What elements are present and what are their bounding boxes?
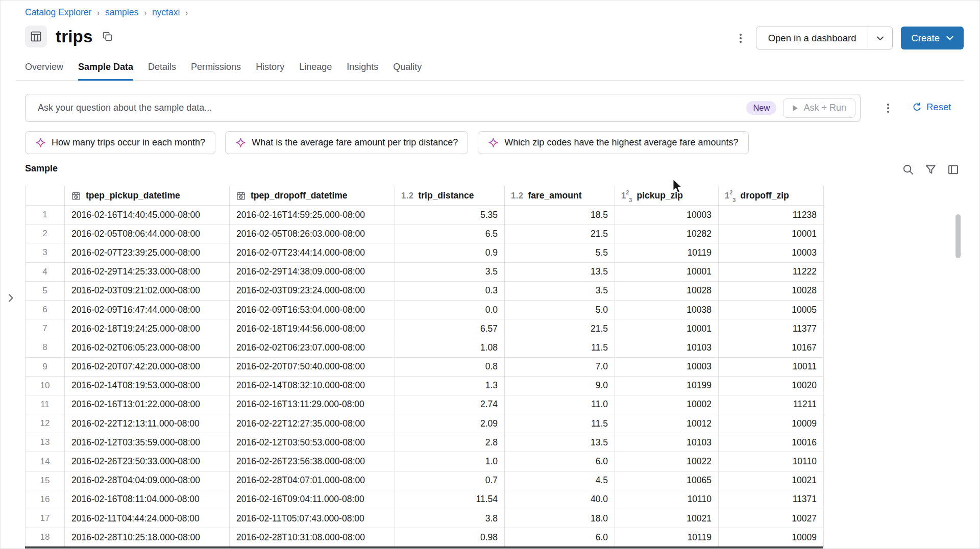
- play-icon: [792, 105, 798, 112]
- table-cell: 10103: [615, 338, 719, 357]
- breadcrumb-separator-icon: ›: [97, 8, 100, 18]
- search-button[interactable]: [901, 163, 915, 177]
- table-cell: 10022: [615, 452, 719, 471]
- table-row: 62016-02-09T16:47:44.000-08:002016-02-09…: [26, 300, 824, 319]
- table-cell: 2.09: [395, 414, 505, 433]
- table-cell: 10028: [615, 281, 719, 300]
- table-row: 112016-02-16T13:01:22.000-08:002016-02-1…: [26, 395, 824, 414]
- row-number: 6: [26, 300, 65, 319]
- column-label: fare_amount: [528, 190, 581, 201]
- tab-permissions[interactable]: Permissions: [191, 62, 241, 81]
- table-cell: 10003: [615, 206, 719, 224]
- row-number: 13: [26, 433, 65, 452]
- table-row: 172016-02-11T04:44:24.000-08:002016-02-1…: [26, 509, 824, 528]
- table-cell: 0.7: [395, 471, 505, 490]
- open-in-dashboard-dropdown[interactable]: [868, 27, 892, 49]
- table-cell: 10027: [719, 509, 824, 528]
- decimal-type-icon: 1.2: [511, 191, 523, 201]
- ask-question-input[interactable]: [26, 94, 746, 121]
- clipped-row-edge: [25, 546, 823, 549]
- breadcrumb-link-nyctaxi[interactable]: nyctaxi: [152, 7, 180, 18]
- tab-overview[interactable]: Overview: [25, 62, 63, 81]
- column-header-pickup_zip: 123pickup_zip: [615, 186, 719, 206]
- row-number: 8: [26, 338, 65, 357]
- table-cell: 10199: [615, 376, 719, 395]
- table-cell: 2016-02-05T08:06:44.000-08:00: [65, 224, 230, 243]
- suggestion-chip[interactable]: How many trips occur in each month?: [25, 131, 215, 154]
- breadcrumb-link-samples[interactable]: samples: [105, 7, 138, 18]
- table-cell: 10003: [719, 243, 824, 262]
- sparkle-icon: [35, 137, 46, 148]
- open-in-dashboard-button[interactable]: Open in a dashboard: [756, 27, 868, 49]
- table-row: 92016-02-20T07:42:20.000-08:002016-02-20…: [26, 357, 824, 376]
- breadcrumb-link-catalog-explorer[interactable]: Catalog Explorer: [25, 7, 91, 18]
- row-number: 16: [26, 490, 65, 509]
- suggestion-chip-label: What is the average fare amount per trip…: [252, 137, 458, 148]
- table-cell: 5.35: [395, 206, 505, 224]
- table-cell: 2016-02-22T12:13:11.000-08:00: [65, 414, 230, 433]
- table-cell: 5.0: [505, 300, 615, 319]
- table-row: 182016-02-28T10:25:18.000-08:002016-02-2…: [26, 528, 824, 547]
- table-cell: 6.5: [395, 224, 505, 243]
- side-panel-button[interactable]: [946, 163, 960, 177]
- tab-details[interactable]: Details: [148, 62, 176, 81]
- row-number-header: [26, 186, 65, 206]
- kebab-icon: [734, 32, 747, 44]
- table-cell: 10021: [719, 471, 824, 490]
- datetime-type-icon: [71, 191, 81, 201]
- column-header-trip_distance: 1.2trip_distance: [395, 186, 505, 206]
- table-cell: 2016-02-14T08:32:10.000-08:00: [230, 376, 395, 395]
- table-cell: 13.5: [505, 262, 615, 281]
- create-button[interactable]: Create: [901, 27, 964, 49]
- sparkle-icon: [488, 137, 499, 148]
- search-icon: [902, 163, 915, 176]
- integer-type-icon: 123: [621, 190, 632, 202]
- table-cell: 2016-02-26T23:50:33.000-08:00: [65, 452, 230, 471]
- table-cell: 11.5: [505, 338, 615, 357]
- table-cell: 1.0: [395, 452, 505, 471]
- column-label: tpep_dropoff_datetime: [251, 190, 348, 201]
- table-cell: 10009: [719, 528, 824, 547]
- column-label: pickup_zip: [636, 190, 682, 201]
- tab-insights[interactable]: Insights: [347, 62, 378, 81]
- row-number: 18: [26, 528, 65, 547]
- table-cell: 2016-02-05T08:26:03.000-08:00: [230, 224, 395, 243]
- ask-overflow-menu-button[interactable]: [881, 98, 895, 118]
- table-row: 152016-02-28T04:04:09.000-08:002016-02-2…: [26, 471, 824, 490]
- table-row: 142016-02-26T23:50:33.000-08:002016-02-2…: [26, 452, 824, 471]
- page-overflow-menu-button[interactable]: [733, 28, 748, 48]
- row-number: 12: [26, 414, 65, 433]
- row-number: 5: [26, 281, 65, 300]
- table-cell: 0.8: [395, 357, 505, 376]
- tab-sample-data[interactable]: Sample Data: [78, 62, 133, 81]
- table-cell: 2016-02-07T23:39:25.000-08:00: [65, 243, 230, 262]
- vertical-scrollbar-thumb[interactable]: [955, 214, 961, 258]
- table-cell: 0.9: [395, 243, 505, 262]
- table-cell: 10001: [615, 319, 719, 338]
- table-cell: 11222: [719, 262, 824, 281]
- table-row: 32016-02-07T23:39:25.000-08:002016-02-07…: [26, 243, 824, 262]
- tab-quality[interactable]: Quality: [393, 62, 422, 81]
- suggestion-chip[interactable]: Which zip codes have the highest average…: [478, 131, 748, 154]
- table-cell: 10009: [719, 414, 824, 433]
- expand-sidebar-button[interactable]: [3, 289, 19, 307]
- table-cell: 1.08: [395, 338, 505, 357]
- tab-history[interactable]: History: [256, 62, 284, 81]
- table-entity-icon: [25, 26, 47, 47]
- reset-button[interactable]: Reset: [912, 102, 951, 113]
- table-cell: 2016-02-14T08:19:53.000-08:00: [65, 376, 230, 395]
- column-label: dropoff_zip: [740, 190, 789, 201]
- table-cell: 2.74: [395, 395, 505, 414]
- ask-run-button[interactable]: Ask + Run: [783, 98, 855, 118]
- filter-button[interactable]: [924, 163, 938, 177]
- table-cell: 10038: [615, 300, 719, 319]
- suggestion-chip[interactable]: What is the average fare amount per trip…: [225, 131, 468, 154]
- table-cell: 6.0: [505, 452, 615, 471]
- tab-lineage[interactable]: Lineage: [299, 62, 332, 81]
- datetime-type-icon: [236, 191, 246, 201]
- copy-name-button[interactable]: [102, 31, 113, 42]
- table-cell: 10021: [615, 509, 719, 528]
- table-row: 22016-02-05T08:06:44.000-08:002016-02-05…: [26, 224, 824, 243]
- table-cell: 3.5: [395, 262, 505, 281]
- table-cell: 10020: [719, 376, 824, 395]
